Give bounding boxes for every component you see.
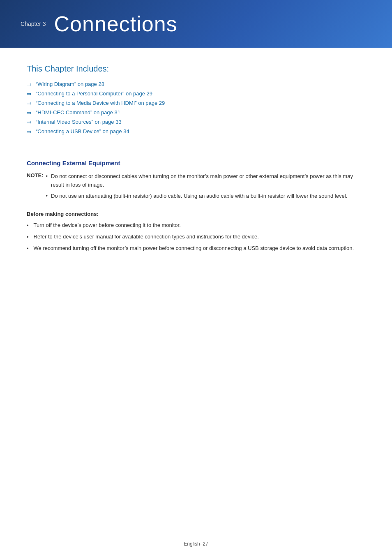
list-item: • Refer to the device’s user manual for …: [27, 233, 365, 242]
note-content: • Do not connect or disconnect cables wh…: [46, 172, 365, 203]
bullet-icon: •: [46, 172, 48, 181]
toc-list: ⇒ “Wiring Diagram” on page 28 ⇒ “Connect…: [27, 81, 365, 135]
note-block: NOTE: • Do not connect or disconnect cab…: [27, 172, 365, 203]
list-item[interactable]: ⇒ “Internal Video Sources” on page 33: [27, 119, 365, 125]
arrow-icon: ⇒: [27, 128, 32, 135]
toc-link-4[interactable]: “HDMI-CEC Command” on page 31: [36, 109, 120, 116]
bullet-icon: •: [27, 245, 29, 253]
list-item: • We recommend turning off the monitor’s…: [27, 244, 365, 253]
page-number: English–27: [184, 541, 208, 547]
before-item-1: Turn off the device’s power before conne…: [34, 221, 181, 230]
chapter-label: Chapter 3: [21, 21, 46, 27]
bullet-icon: •: [27, 222, 29, 230]
list-item[interactable]: ⇒ “Connecting to a Personal Computer” on…: [27, 90, 365, 97]
chapter-title: Connections: [54, 12, 177, 36]
main-content: This Chapter Includes: ⇒ “Wiring Diagram…: [0, 64, 392, 253]
arrow-icon: ⇒: [27, 119, 32, 125]
section-title: Connecting External Equipment: [27, 160, 365, 166]
toc-link-6[interactable]: “Connecting a USB Device” on page 34: [36, 128, 129, 134]
list-item[interactable]: ⇒ “Wiring Diagram” on page 28: [27, 81, 365, 88]
bullet-icon: •: [46, 192, 48, 201]
before-list: • Turn off the device’s power before con…: [27, 221, 365, 253]
before-item-2: Refer to the device’s user manual for av…: [34, 233, 259, 241]
note-item-2: • Do not use an attenuating (built-in re…: [46, 192, 365, 201]
toc-link-2[interactable]: “Connecting to a Personal Computer” on p…: [36, 90, 152, 97]
toc-title: This Chapter Includes:: [27, 64, 365, 74]
note-text-2: Do not use an attenuating (built-in resi…: [51, 192, 347, 201]
arrow-icon: ⇒: [27, 81, 32, 88]
note-text-1: Do not connect or disconnect cables when…: [51, 172, 365, 190]
list-item[interactable]: ⇒ “Connecting a USB Device” on page 34: [27, 128, 365, 135]
arrow-icon: ⇒: [27, 90, 32, 97]
arrow-icon: ⇒: [27, 109, 32, 116]
toc-link-5[interactable]: “Internal Video Sources” on page 33: [36, 119, 122, 125]
before-item-3: We recommend turning off the monitor’s m…: [34, 244, 354, 253]
list-item: • Turn off the device’s power before con…: [27, 221, 365, 230]
bullet-icon: •: [27, 233, 29, 242]
list-item[interactable]: ⇒ “HDMI-CEC Command” on page 31: [27, 109, 365, 116]
note-label: NOTE:: [27, 172, 43, 178]
before-title: Before making connections:: [27, 211, 365, 217]
list-item[interactable]: ⇒ “Connecting to a Media Device with HDM…: [27, 100, 365, 106]
page: Chapter 3 Connections This Chapter Inclu…: [0, 0, 392, 555]
toc-link-3[interactable]: “Connecting to a Media Device with HDMI”…: [36, 100, 165, 106]
arrow-icon: ⇒: [27, 100, 32, 106]
page-footer: English–27: [0, 541, 392, 547]
note-item-1: • Do not connect or disconnect cables wh…: [46, 172, 365, 190]
toc-link-1[interactable]: “Wiring Diagram” on page 28: [36, 81, 104, 87]
chapter-header: Chapter 3 Connections: [0, 0, 392, 48]
